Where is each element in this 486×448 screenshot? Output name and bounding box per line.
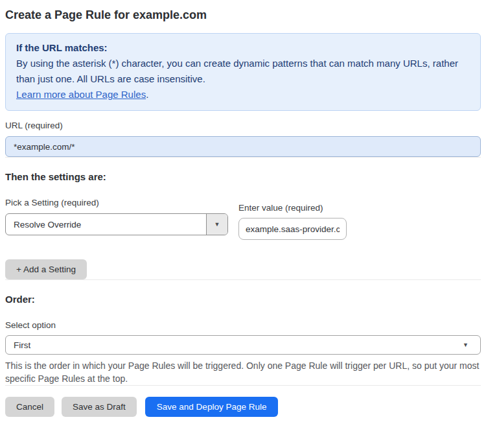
order-section-heading: Order: xyxy=(5,294,481,305)
url-input[interactable] xyxy=(5,136,481,157)
setting-select-value: Resolve Override xyxy=(6,214,206,235)
order-help-text: This is the order in which your Page Rul… xyxy=(5,359,481,385)
url-field-label: URL (required) xyxy=(5,121,481,130)
enter-value-label: Enter value (required) xyxy=(238,203,347,213)
section-divider xyxy=(5,385,481,386)
setting-select[interactable]: Resolve Override ▼ xyxy=(5,213,228,235)
footer-actions: Cancel Save as Draft Save and Deploy Pag… xyxy=(5,397,481,425)
add-setting-button[interactable]: + Add a Setting xyxy=(5,259,87,279)
section-divider xyxy=(5,279,481,280)
order-select-value: First xyxy=(14,340,30,350)
url-match-info-box: If the URL matches: By using the asteris… xyxy=(5,33,481,111)
order-select[interactable]: First ▼ xyxy=(5,335,481,355)
learn-more-page-rules-link[interactable]: Learn more about Page Rules xyxy=(16,89,146,100)
setting-value-input[interactable] xyxy=(238,218,347,240)
info-box-body: By using the asterisk (*) character, you… xyxy=(16,56,470,87)
pick-setting-label: Pick a Setting (required) xyxy=(5,198,228,207)
pick-setting-column: Pick a Setting (required) Resolve Overri… xyxy=(5,198,228,235)
setting-row: Pick a Setting (required) Resolve Overri… xyxy=(5,198,481,240)
cancel-button[interactable]: Cancel xyxy=(5,397,54,417)
settings-section-heading: Then the settings are: xyxy=(5,171,481,182)
create-page-rule-form: Create a Page Rule for example.com If th… xyxy=(0,0,486,425)
info-box-link-line: Learn more about Page Rules. xyxy=(16,87,470,102)
section-divider xyxy=(5,157,481,158)
select-option-label: Select option xyxy=(5,320,481,330)
save-as-draft-button[interactable]: Save as Draft xyxy=(62,397,137,417)
save-and-deploy-button[interactable]: Save and Deploy Page Rule xyxy=(145,397,279,417)
info-box-heading: If the URL matches: xyxy=(16,40,470,56)
enter-value-column: Enter value (required) xyxy=(238,198,347,240)
chevron-down-icon: ▼ xyxy=(463,342,472,348)
link-period: . xyxy=(146,89,148,100)
page-title: Create a Page Rule for example.com xyxy=(5,8,481,22)
chevron-down-icon: ▼ xyxy=(206,214,227,235)
